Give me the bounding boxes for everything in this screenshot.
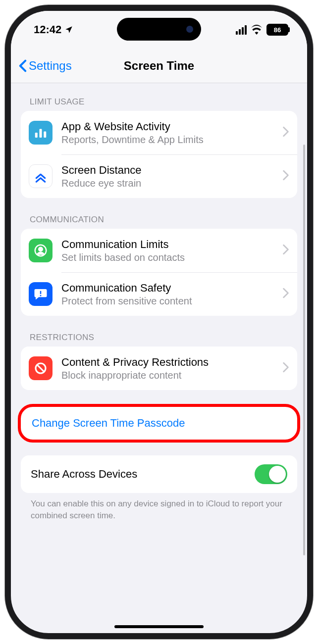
status-right: 86 [236,24,288,36]
share-label: Share Across Devices [31,468,137,481]
section-header-restrictions: RESTRICTIONS [21,316,297,347]
share-toggle[interactable] [255,464,287,484]
row-app-website-activity[interactable]: App & Website Activity Reports, Downtime… [21,111,297,154]
battery-level: 86 [274,26,281,34]
chevron-right-icon [282,170,289,183]
svg-rect-1 [40,129,42,138]
row-subtitle: Block inappropriate content [61,370,282,381]
svg-rect-5 [40,291,42,294]
settings-content: LIMIT USAGE App & Website Activity Repor… [11,83,307,633]
row-title: Communication Safety [61,282,282,295]
communication-card: Communication Limits Set limits based on… [21,229,297,316]
wifi-icon [251,25,263,35]
location-arrow-icon [64,25,73,34]
back-label: Settings [29,59,72,73]
svg-rect-2 [44,132,46,138]
row-screen-distance[interactable]: Screen Distance Reduce eye strain [21,154,297,198]
status-time: 12:42 [34,23,61,36]
row-title: Screen Distance [61,164,282,177]
row-communication-safety[interactable]: Communication Safety Protect from sensit… [21,272,297,316]
battery-indicator: 86 [266,24,288,36]
dynamic-island [117,18,201,41]
row-subtitle: Protect from sensitive content [61,296,282,307]
change-passcode-button[interactable]: Change Screen Time Passcode [21,407,297,440]
section-header-communication: COMMUNICATION [21,198,297,229]
back-button[interactable]: Settings [11,59,72,73]
chevron-up-double-icon [29,164,53,188]
row-share-across-devices: Share Across Devices [21,455,297,493]
row-title: Communication Limits [61,238,282,251]
share-footer-text: You can enable this on any device signed… [21,493,297,522]
person-circle-icon [29,239,53,262]
chevron-left-icon [19,59,27,72]
chevron-right-icon [282,244,289,257]
cellular-icon [236,25,247,35]
chevron-right-icon [282,362,289,375]
chevron-right-icon [282,288,289,300]
svg-point-4 [39,248,43,251]
no-entry-icon [29,356,53,380]
bar-chart-icon [29,121,53,145]
row-subtitle: Set limits based on contacts [61,252,282,263]
row-content-privacy[interactable]: Content & Privacy Restrictions Block ina… [21,347,297,390]
chevron-right-icon [282,126,289,139]
row-subtitle: Reduce eye strain [61,178,282,189]
row-communication-limits[interactable]: Communication Limits Set limits based on… [21,229,297,272]
row-text: App & Website Activity Reports, Downtime… [61,120,282,146]
svg-rect-0 [35,133,38,138]
row-subtitle: Reports, Downtime & App Limits [61,134,282,146]
home-indicator[interactable] [114,625,204,628]
change-passcode-card: Change Screen Time Passcode [21,407,297,440]
share-across-devices-card: Share Across Devices [21,455,297,493]
row-title: App & Website Activity [61,120,282,133]
row-text: Screen Distance Reduce eye strain [61,164,282,189]
limit-usage-card: App & Website Activity Reports, Downtime… [21,111,297,198]
row-text: Communication Safety Protect from sensit… [61,282,282,307]
iphone-frame: 12:42 86 Settings Screen Time LIMIT USAG… [5,5,313,639]
section-header-limit-usage: LIMIT USAGE [21,83,297,111]
restrictions-card: Content & Privacy Restrictions Block ina… [21,347,297,390]
status-left: 12:42 [34,23,73,36]
row-text: Content & Privacy Restrictions Block ina… [61,356,282,381]
row-text: Communication Limits Set limits based on… [61,238,282,263]
svg-rect-6 [40,295,42,297]
row-title: Content & Privacy Restrictions [61,356,282,369]
nav-bar: Settings Screen Time [11,49,307,83]
speech-bubble-alert-icon [29,282,53,306]
